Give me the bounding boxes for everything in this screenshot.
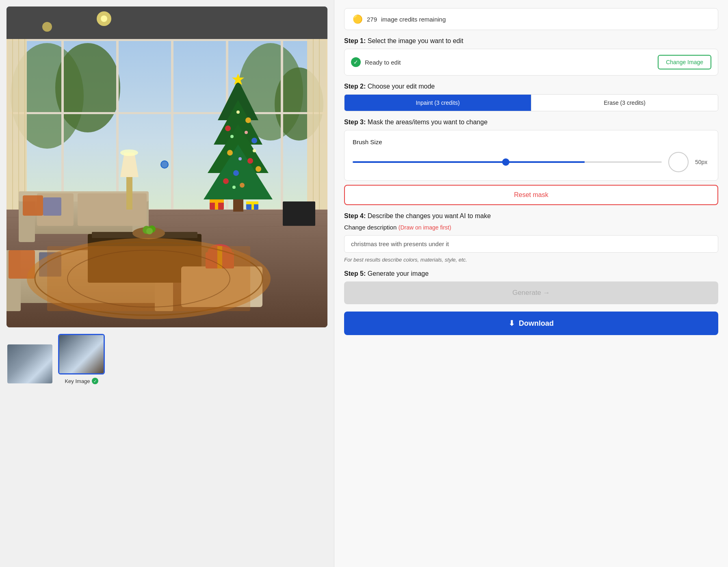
ready-left: ✓ Ready to edit: [351, 57, 401, 67]
svg-point-40: [247, 158, 253, 164]
svg-point-39: [227, 150, 233, 156]
thumbnail-key-image-label: Key Image ✓: [65, 378, 98, 384]
step5-label: Step 5: Generate your image: [344, 270, 718, 277]
change-image-button[interactable]: Change Image: [658, 55, 711, 69]
download-icon: ⬇: [509, 319, 515, 328]
change-desc-label: Change description: [344, 224, 396, 231]
download-label: Download: [519, 319, 554, 328]
brush-preview: [668, 152, 689, 172]
svg-rect-54: [210, 199, 224, 203]
credits-label: image credits remaining: [381, 16, 446, 23]
svg-point-43: [223, 178, 229, 184]
step4-bold: Step 4:: [344, 212, 366, 219]
svg-rect-11: [61, 39, 64, 210]
description-tip: For best results describe colors, materi…: [344, 257, 718, 263]
svg-point-77: [146, 228, 153, 234]
brush-slider[interactable]: [353, 161, 662, 163]
step2-desc: Choose your edit mode: [368, 83, 435, 90]
mode-buttons-group: Inpaint (3 credits) Erase (3 credits): [344, 94, 718, 111]
svg-rect-57: [246, 201, 258, 204]
erase-button[interactable]: Erase (3 credits): [531, 95, 718, 111]
svg-point-84: [120, 149, 138, 156]
credits-count: 279: [367, 16, 377, 23]
draw-hint: (Draw on image first): [399, 224, 451, 231]
thumbnail-2[interactable]: [58, 334, 105, 374]
svg-point-48: [238, 157, 242, 160]
svg-point-50: [232, 186, 236, 189]
right-panel: 🟡 279 image credits remaining Step 1: Se…: [334, 0, 728, 567]
ready-row: ✓ Ready to edit Change Image: [344, 49, 718, 76]
ready-status: Ready to edit: [365, 59, 401, 66]
step2-section: Step 2: Choose your edit mode Inpaint (3…: [344, 83, 718, 111]
step1-label: Step 1: Select the image you want to edi…: [344, 37, 718, 45]
svg-point-2: [101, 15, 107, 22]
step3-label: Step 3: Mask the areas/items you want to…: [344, 119, 718, 126]
svg-point-38: [251, 138, 257, 143]
svg-point-41: [233, 170, 239, 176]
step5-bold: Step 5:: [344, 270, 366, 277]
svg-point-47: [245, 131, 248, 134]
svg-rect-0: [6, 6, 327, 39]
generate-button[interactable]: Generate →: [344, 281, 718, 304]
download-button[interactable]: ⬇ Download: [344, 312, 718, 335]
key-image-check: ✓: [92, 378, 98, 384]
key-image-text: Key Image: [65, 378, 90, 384]
left-panel: Key Image ✓: [0, 0, 334, 567]
svg-rect-63: [78, 193, 114, 226]
main-image-canvas[interactable]: [6, 6, 327, 327]
description-label-row: Change description (Draw on image first): [344, 224, 718, 231]
svg-rect-20: [6, 39, 27, 210]
step5-section: Step 5: Generate your image Generate →: [344, 270, 718, 304]
svg-point-45: [236, 110, 240, 114]
svg-rect-21: [307, 39, 327, 210]
brush-size-value: 50px: [695, 159, 710, 165]
brush-size-title: Brush Size: [353, 139, 710, 145]
step2-bold: Step 2:: [344, 83, 366, 90]
step1-desc: Select the image you want to edit: [368, 37, 464, 44]
step3-section: Step 3: Mask the areas/items you want to…: [344, 119, 718, 205]
description-input[interactable]: [344, 235, 718, 253]
svg-rect-82: [126, 177, 132, 210]
svg-rect-85: [283, 201, 315, 226]
step5-desc: Generate your image: [368, 270, 429, 277]
step3-desc: Mask the areas/items you want to change: [368, 119, 488, 126]
step4-desc: Describe the changes you want AI to make: [368, 212, 491, 219]
ready-check-icon: ✓: [351, 57, 361, 67]
svg-rect-65: [23, 195, 43, 216]
svg-point-37: [245, 117, 251, 123]
svg-point-44: [240, 183, 245, 188]
step1-bold: Step 1:: [344, 37, 366, 44]
thumbnails-row: Key Image ✓: [6, 334, 327, 384]
svg-rect-12: [116, 39, 119, 210]
brush-controls: 50px: [353, 152, 710, 172]
svg-rect-66: [43, 197, 61, 216]
credits-bar: 🟡 279 image credits remaining: [344, 8, 718, 30]
brush-section: Brush Size 50px: [344, 130, 718, 181]
svg-point-36: [225, 126, 231, 131]
step4-label: Step 4: Describe the changes you want AI…: [344, 212, 718, 220]
step3-bold: Step 3:: [344, 119, 366, 126]
svg-point-42: [256, 166, 261, 172]
svg-rect-89: [47, 246, 250, 311]
svg-point-3: [42, 22, 52, 32]
svg-rect-17: [6, 39, 327, 41]
step1-section: Step 1: Select the image you want to edi…: [344, 37, 718, 76]
svg-point-7: [55, 43, 120, 132]
svg-rect-18: [6, 112, 327, 114]
inpaint-button[interactable]: Inpaint (3 credits): [344, 95, 531, 111]
svg-point-46: [230, 135, 234, 138]
step2-label: Step 2: Choose your edit mode: [344, 83, 718, 90]
step4-section: Step 4: Describe the changes you want AI…: [344, 212, 718, 263]
svg-point-49: [253, 149, 256, 152]
reset-mask-button[interactable]: Reset mask: [344, 185, 718, 205]
thumbnail-1[interactable]: [6, 344, 53, 384]
svg-rect-31: [233, 199, 243, 212]
credits-icon: 🟡: [353, 14, 363, 24]
svg-rect-13: [171, 39, 173, 210]
svg-rect-15: [281, 39, 283, 210]
